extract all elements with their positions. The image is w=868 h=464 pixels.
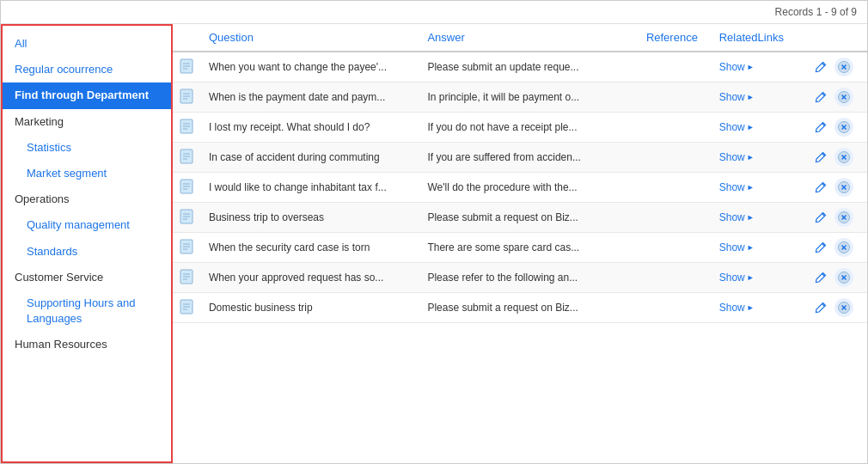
pencil-icon [815,91,827,103]
edit-button[interactable] [811,118,830,137]
row-relatedlinks: Show► [712,173,804,203]
edit-button[interactable] [811,268,830,287]
row-reference [639,143,712,173]
delete-button[interactable] [834,178,853,197]
row-actions [804,113,867,143]
row-icon-cell [173,293,202,323]
app-container: Records 1 - 9 of 9 AllRegular ocourrence… [0,0,868,464]
edit-button[interactable] [811,298,830,317]
sidebar-item-human-resources[interactable]: Human Resources [3,332,171,357]
delete-button[interactable] [834,88,853,107]
edit-button[interactable] [811,88,830,107]
delete-button[interactable] [834,268,853,287]
row-reference [639,173,712,203]
edit-button[interactable] [811,178,830,197]
row-reference [639,52,712,82]
delete-button[interactable] [834,148,853,167]
table-row: When the security card case is tornThere… [173,233,867,263]
row-question: When you want to change the payee'... [202,52,420,82]
pencil-icon [815,181,827,193]
row-actions [804,52,867,82]
pencil-icon [815,272,827,284]
row-question: I would like to change inhabitant tax f.… [202,173,420,203]
row-icon-cell [173,203,202,233]
row-icon-cell [173,263,202,293]
edit-button[interactable] [811,238,830,257]
arrow-icon: ► [747,63,755,71]
sidebar-item-market-segment[interactable]: Market segment [3,161,171,186]
table-row: I would like to change inhabitant tax f.… [173,173,867,203]
edit-button[interactable] [811,208,830,227]
pencil-icon [815,241,827,253]
delete-button[interactable] [834,208,853,227]
table-row: When is the payment date and paym...In p… [173,82,867,113]
document-icon [180,149,193,164]
row-question: When is the payment date and paym... [202,82,420,113]
row-reference [639,203,712,233]
show-link[interactable]: Show► [719,272,797,284]
sidebar-item-regular[interactable]: Regular ocourrence [3,57,171,82]
table-row: I lost my receipt. What should I do?If y… [173,113,867,143]
row-answer: Please submit an update reque... [420,52,639,82]
sidebar-item-marketing[interactable]: Marketing [3,109,171,135]
row-icon-cell [173,173,202,203]
show-link[interactable]: Show► [719,302,797,314]
row-actions [804,82,867,113]
row-actions [804,263,867,293]
pencil-icon [815,121,827,133]
show-link[interactable]: Show► [719,181,797,193]
row-question: When your approved request has so... [202,263,420,293]
table-row: When your approved request has so...Plea… [173,263,867,293]
show-link[interactable]: Show► [719,211,797,223]
document-icon [180,89,193,104]
edit-button[interactable] [811,58,830,76]
delete-button[interactable] [834,58,853,76]
show-link[interactable]: Show► [719,61,797,73]
show-link[interactable]: Show► [719,121,797,133]
col-relatedlinks: RelatedLinks [712,24,804,52]
row-question: In case of accident during commuting [202,143,420,173]
row-reference [639,82,712,113]
row-question: When the security card case is torn [202,233,420,263]
x-circle-icon [838,181,850,193]
table-body: When you want to change the payee'...Ple… [173,52,867,323]
sidebar-item-find-through-department[interactable]: Find through Department [3,82,171,108]
table-row: Business trip to overseasPlease submit a… [173,203,867,233]
arrow-icon: ► [747,213,755,222]
row-relatedlinks: Show► [712,52,804,82]
sidebar-item-standards[interactable]: Standards [3,239,171,265]
show-link[interactable]: Show► [719,241,797,253]
delete-button[interactable] [834,298,853,317]
pencil-icon [815,151,827,163]
x-circle-icon [838,241,850,253]
show-link[interactable]: Show► [719,151,797,163]
delete-button[interactable] [834,118,853,137]
sidebar-item-statistics[interactable]: Statistics [3,135,171,161]
row-answer: We'll do the procedure with the... [420,173,639,203]
row-icon-cell [173,143,202,173]
table-row: When you want to change the payee'...Ple… [173,52,867,82]
row-relatedlinks: Show► [712,263,804,293]
x-circle-icon [838,272,850,284]
sidebar-item-operations[interactable]: Operations [3,186,171,212]
row-actions [804,233,867,263]
sidebar-item-quality-management[interactable]: Quality management [3,212,171,238]
row-icon-cell [173,82,202,113]
sidebar-item-supporting-hours[interactable]: Supporting Hours and Languages [3,290,171,332]
show-link[interactable]: Show► [719,91,797,103]
delete-button[interactable] [834,238,853,257]
row-answer: Please refer to the following an... [420,263,639,293]
row-actions [804,203,867,233]
x-circle-icon [838,121,850,133]
document-icon [180,58,193,74]
row-relatedlinks: Show► [712,82,804,113]
edit-button[interactable] [811,148,830,167]
sidebar-item-customer-service[interactable]: Customer Service [3,265,171,290]
row-reference [639,263,712,293]
arrow-icon: ► [747,273,755,282]
row-relatedlinks: Show► [712,113,804,143]
row-actions [804,143,867,173]
row-icon-cell [173,52,202,82]
x-circle-icon [838,61,850,73]
sidebar-item-all[interactable]: All [3,31,171,57]
